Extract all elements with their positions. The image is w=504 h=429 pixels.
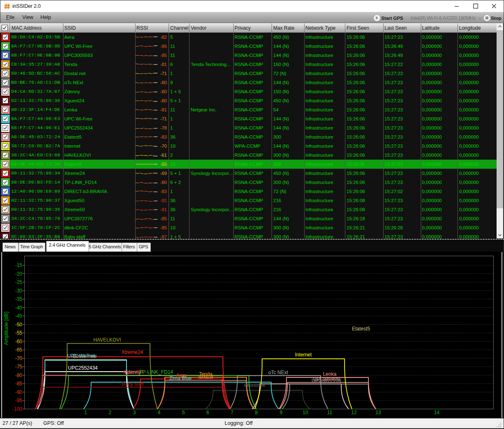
svg-text:-100: -100	[12, 406, 22, 412]
svg-text:10: 10	[302, 410, 308, 415]
svg-text:default: default	[198, 375, 213, 380]
svg-text:Amplitude [dB]: Amplitude [dB]	[3, 311, 9, 345]
svg-text:2: 2	[109, 410, 112, 415]
svg-text:Etatest5: Etatest5	[352, 326, 370, 332]
svg-text:14: 14	[434, 410, 440, 415]
svg-text:-70: -70	[15, 356, 23, 361]
svg-text:12: 12	[351, 410, 357, 415]
svg-text:1: 1	[84, 410, 87, 415]
svg-text:13: 13	[375, 410, 381, 415]
svg-text:3: 3	[133, 410, 136, 415]
svg-text:UPC2552434: UPC2552434	[68, 365, 98, 371]
svg-text:Baby staff: Baby staff	[122, 381, 144, 387]
svg-text:-75: -75	[15, 364, 23, 370]
svg-text:8: 8	[255, 410, 258, 415]
svg-text:-30: -30	[15, 288, 23, 294]
svg-text:-95: -95	[15, 398, 23, 403]
svg-text:9: 9	[280, 410, 283, 415]
svg-text:-85: -85	[15, 381, 23, 387]
svg-text:11: 11	[327, 410, 333, 415]
svg-text:7: 7	[231, 410, 234, 415]
svg-text:Zima Blue: Zima Blue	[169, 375, 192, 381]
svg-text:Internet: Internet	[295, 352, 312, 358]
svg-text:-25: -25	[15, 279, 23, 285]
svg-text:5: 5	[182, 410, 185, 415]
svg-text:-90: -90	[15, 389, 23, 395]
svg-text:oTc NExt: oTc NExt	[268, 370, 288, 375]
svg-text:-50: -50	[15, 322, 23, 328]
svg-text:-65: -65	[15, 347, 23, 353]
svg-text:ekonomik: ekonomik	[244, 382, 265, 388]
svg-text:-15: -15	[15, 262, 23, 268]
svg-text:Xtreme24: Xtreme24	[122, 349, 143, 355]
svg-text:-80: -80	[15, 372, 23, 378]
svg-text:-60: -60	[15, 339, 23, 344]
svg-text:4: 4	[158, 410, 161, 415]
svg-text:HAVELKOVI: HAVELKOVI	[93, 337, 121, 343]
svg-text:-20: -20	[15, 271, 23, 277]
svg-text:-55: -55	[15, 330, 23, 336]
svg-text:-35: -35	[15, 296, 23, 302]
svg-text:UPC3972776: UPC3972776	[312, 378, 341, 384]
svg-text:Zdenny: Zdenny	[124, 369, 141, 375]
svg-text:-40: -40	[15, 305, 23, 311]
svg-text:UPC Wi-Free: UPC Wi-Free	[67, 353, 97, 359]
svg-text:6: 6	[206, 410, 209, 415]
svg-text:TP-LINK_FD14: TP-LINK_FD14	[139, 369, 173, 375]
svg-text:-45: -45	[15, 313, 23, 319]
